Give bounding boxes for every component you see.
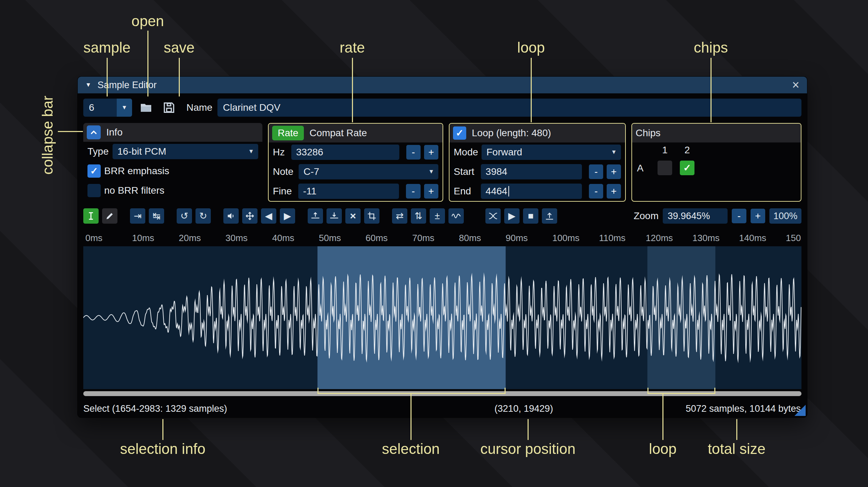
collapse-window-icon[interactable]: ▼ [85, 82, 91, 88]
type-select[interactable]: 16-bit PCM ▼ [113, 144, 258, 159]
zoom-plus-button[interactable]: + [751, 209, 765, 223]
fine-plus-button[interactable]: + [424, 184, 438, 199]
annotation-sample: sample [83, 39, 130, 56]
loop-end-input[interactable]: 4464 [481, 184, 582, 199]
ruler-label: 0ms [85, 233, 102, 244]
open-button[interactable] [137, 99, 155, 117]
create-wavetable-button[interactable] [542, 208, 557, 224]
chips-panel-title: Chips [636, 127, 661, 139]
fade-out-button[interactable]: ▶ [280, 208, 295, 224]
ruler-label: 140ms [739, 233, 766, 244]
ruler-label: 110ms [599, 233, 625, 244]
horizontal-scrollbar[interactable] [83, 391, 801, 396]
insert-silence-button[interactable] [308, 208, 323, 224]
resize-button[interactable]: ⇥ [130, 208, 145, 224]
edit-draw-button[interactable] [102, 208, 117, 224]
fine-label: Fine [273, 186, 295, 197]
no-brr-filters-checkbox[interactable] [87, 184, 101, 197]
brr-emphasis-checkbox[interactable]: ✓ [87, 164, 101, 178]
scrollbar-thumb[interactable] [83, 391, 801, 396]
close-icon[interactable]: × [792, 79, 799, 91]
hz-minus-button[interactable]: - [406, 145, 421, 160]
stop-preview-button[interactable]: ■ [523, 208, 538, 224]
rate-panel-title: Compat Rate [309, 127, 367, 139]
loop-start-input[interactable]: 3984 [481, 164, 582, 179]
loop-mode-value: Forward [482, 147, 607, 158]
ruler-label: 10ms [132, 233, 154, 244]
time-ruler[interactable]: 0ms 10ms 20ms 30ms 40ms 50ms 60ms 70ms 8… [83, 230, 801, 245]
chips-panel: Chips 1 2 A ✓ [631, 123, 801, 202]
insert-silence-icon [310, 211, 320, 221]
brr-emphasis-label: BRR emphasis [104, 165, 169, 177]
normalize-button[interactable] [242, 208, 258, 224]
annotation-cursor-position: cursor position [480, 441, 575, 457]
rate-button[interactable]: Rate [272, 126, 304, 140]
ruler-label: 150ms [786, 233, 801, 244]
loop-enable-checkbox[interactable]: ✓ [453, 126, 466, 140]
resize-grip[interactable] [794, 405, 806, 416]
fade-in-icon: ◀ [265, 210, 272, 222]
sample-editor-window: ▼ Sample Editor × 6 ▼ Name Clarinet DQV [78, 77, 807, 417]
play-icon: ▶ [508, 210, 516, 222]
sample-number-select[interactable]: 6 ▼ [83, 99, 132, 117]
text-caret [508, 186, 509, 196]
fade-in-button[interactable]: ◀ [261, 208, 276, 224]
rate-panel: Rate Compat Rate Hz 33286 - + Note C-7 ▼… [268, 123, 443, 202]
loop-mode-select[interactable]: Forward ▼ [482, 145, 621, 160]
ruler-label: 40ms [272, 233, 294, 244]
sine-wave-icon [451, 211, 461, 221]
annotation-selection-info: selection info [120, 441, 205, 457]
chevron-down-icon: ▼ [607, 149, 621, 156]
hz-input[interactable]: 33286 [291, 145, 399, 160]
amplify-button[interactable] [223, 208, 239, 224]
redo-button[interactable]: ↻ [195, 208, 211, 224]
loop-end-value: 4464 [486, 186, 507, 197]
waveform-view[interactable] [83, 246, 801, 389]
zoom-input[interactable]: 39.9645% [663, 208, 728, 224]
loop-end-minus-button[interactable]: - [589, 184, 603, 199]
loop-end-label: End [454, 186, 477, 197]
mode-label: Mode [454, 147, 478, 158]
fine-input[interactable]: -11 [298, 184, 399, 199]
header-row: 6 ▼ Name Clarinet DQV [83, 98, 801, 117]
preview-sample-button[interactable]: ▶ [504, 208, 520, 224]
trim-button[interactable] [364, 208, 379, 224]
hz-plus-button[interactable]: + [424, 145, 438, 160]
name-input[interactable]: Clarinet DQV [217, 99, 801, 117]
ruler-label: 70ms [412, 233, 435, 244]
fine-minus-button[interactable]: - [406, 184, 420, 199]
note-label: Note [273, 166, 295, 177]
loop-start-minus-button[interactable]: - [589, 164, 603, 179]
crop-icon [367, 211, 377, 221]
note-select[interactable]: C-7 ▼ [299, 164, 438, 179]
annotation-selection: selection [382, 441, 440, 457]
chip-2-checkbox[interactable]: ✓ [680, 161, 694, 175]
apply-silence-button[interactable] [327, 208, 342, 224]
stop-icon: ■ [528, 211, 533, 222]
annotation-total-size: total size [708, 441, 766, 457]
delete-button[interactable]: × [345, 208, 361, 224]
zoom-minus-button[interactable]: - [732, 209, 746, 223]
titlebar[interactable]: ▼ Sample Editor × [78, 77, 807, 93]
annotation-line-total-size [736, 419, 737, 440]
crossfade-loop-button[interactable] [485, 208, 501, 224]
collapse-bar-button[interactable] [87, 125, 101, 139]
filter-button[interactable] [448, 208, 464, 224]
loop-start-plus-button[interactable]: + [607, 164, 621, 179]
sign-invert-button[interactable]: ± [430, 208, 445, 224]
loop-end-plus-button[interactable]: + [607, 184, 621, 199]
status-bar: Select (1654-2983: 1329 samples) (3210, … [83, 401, 801, 416]
zoom-reset-button[interactable]: 100% [769, 208, 801, 224]
selection-info-text: Select (1654-2983: 1329 samples) [83, 403, 227, 414]
save-button[interactable] [160, 99, 178, 117]
sample-number-dropdown-button[interactable]: ▼ [117, 99, 132, 117]
resample-button[interactable]: ↹ [149, 208, 164, 224]
undo-button[interactable]: ↺ [177, 208, 192, 224]
chip-row-a-label: A [637, 163, 644, 174]
edit-select-button[interactable] [83, 208, 99, 224]
invert-button[interactable]: ⇅ [411, 208, 426, 224]
reverse-button[interactable]: ⇄ [392, 208, 407, 224]
resize-icon: ⇥ [134, 210, 142, 222]
ibeam-cursor-icon [86, 211, 96, 221]
chip-1-checkbox[interactable] [658, 161, 672, 175]
